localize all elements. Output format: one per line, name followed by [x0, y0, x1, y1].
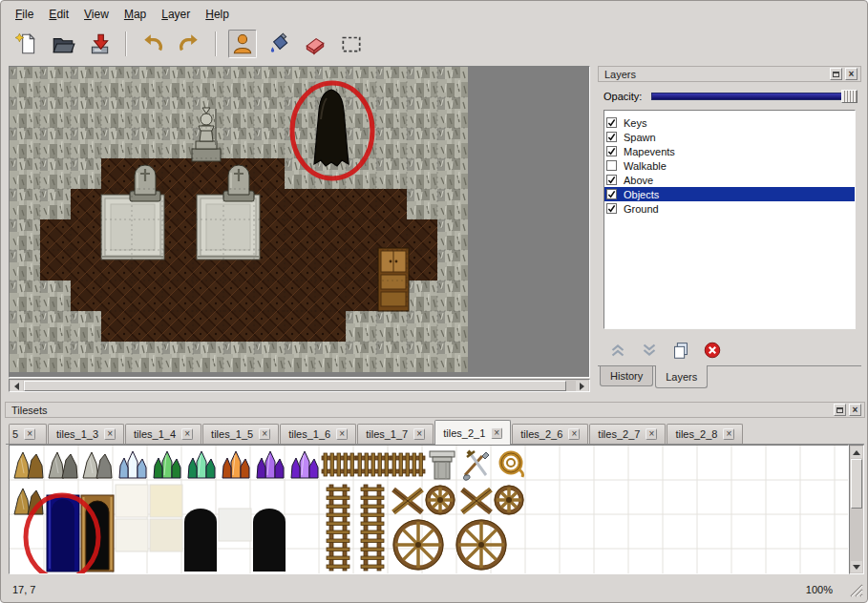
tileset-tab-label: tiles_2_8 — [675, 428, 717, 440]
menu-layer[interactable]: Layer — [154, 4, 198, 25]
raise-layer-button[interactable] — [605, 338, 630, 363]
layer-visibility-checkbox[interactable] — [606, 132, 617, 142]
close-button[interactable]: × — [845, 68, 857, 80]
layer-visibility-checkbox[interactable] — [606, 117, 617, 128]
wood-track[interactable] — [356, 453, 391, 476]
redo-button[interactable] — [175, 30, 203, 58]
undo-icon — [140, 31, 165, 56]
layers-dock-titlebar[interactable]: Layers × — [598, 66, 861, 82]
tileset-tab-tiles_1_5[interactable]: tiles_1_5× — [202, 424, 279, 444]
slider-handle[interactable] — [841, 90, 857, 103]
eraser-tool-icon — [303, 31, 328, 56]
map-render — [10, 67, 589, 377]
tab-close-icon[interactable]: × — [568, 428, 580, 440]
layer-row-walkable[interactable]: Walkable — [604, 158, 855, 173]
tileset-tab-tiles_2_1[interactable]: tiles_2_1× — [434, 420, 511, 445]
select-tool-button[interactable] — [337, 30, 366, 58]
dark-blue-door[interactable] — [47, 495, 79, 572]
close-button[interactable]: × — [849, 404, 861, 416]
delete-layer-button[interactable] — [700, 338, 725, 363]
stamp-tool-button[interactable] — [228, 30, 257, 58]
layer-name: Above — [624, 175, 653, 186]
wood-track[interactable] — [322, 453, 356, 476]
scrollbar-thumb[interactable] — [24, 381, 566, 391]
opacity-slider[interactable] — [651, 89, 857, 104]
menu-help[interactable]: Help — [198, 4, 237, 25]
wood-track[interactable] — [391, 453, 425, 476]
float-button[interactable] — [830, 68, 842, 80]
pale-tile[interactable] — [150, 519, 182, 551]
scroll-right-button[interactable] — [576, 381, 588, 391]
tab-close-icon[interactable]: × — [413, 428, 425, 440]
toolbar-separator — [125, 31, 127, 56]
tileset-tab-tiles_1_3[interactable]: tiles_1_3× — [48, 424, 124, 444]
layer-row-objects[interactable]: Objects — [604, 187, 855, 201]
tileset-tab-tiles_1_7[interactable]: tiles_1_7× — [357, 424, 434, 444]
tab-close-icon[interactable]: × — [336, 428, 348, 440]
track-wheel-large[interactable] — [393, 520, 443, 570]
layer-visibility-checkbox[interactable] — [606, 146, 617, 156]
layer-visibility-checkbox[interactable] — [606, 203, 617, 214]
pale-tile[interactable] — [219, 509, 251, 541]
menu-map[interactable]: Map — [116, 4, 154, 25]
layer-row-spawn[interactable]: Spawn — [604, 130, 855, 144]
tileset-tab-tiles_2_7[interactable]: tiles_2_7× — [589, 424, 666, 444]
map-horizontal-scrollbar[interactable] — [9, 379, 590, 392]
black-arch[interactable] — [253, 509, 286, 572]
tab-close-icon[interactable]: × — [259, 428, 270, 440]
tileset-canvas[interactable] — [9, 445, 849, 574]
layer-row-mapevents[interactable]: Mapevents — [604, 144, 855, 158]
float-button[interactable] — [834, 404, 846, 416]
eraser-tool-button[interactable] — [301, 30, 329, 58]
tab-close-icon[interactable]: × — [181, 428, 193, 440]
pale-tile[interactable] — [116, 485, 148, 517]
tileset-vertical-scrollbar[interactable] — [849, 445, 864, 574]
black-arch[interactable] — [184, 509, 217, 572]
tileset-tab-tiles_1_6[interactable]: tiles_1_6× — [280, 424, 356, 444]
dock-tab-history[interactable]: History — [600, 366, 653, 386]
layer-visibility-checkbox[interactable] — [606, 189, 617, 199]
scroll-down-button[interactable] — [851, 561, 862, 572]
close-icon: × — [853, 405, 858, 415]
layer-row-above[interactable]: Above — [604, 173, 855, 187]
tileset-tab-label: tiles_2_1 — [443, 427, 485, 439]
fill-tool-button[interactable] — [265, 30, 293, 58]
track-wheel[interactable] — [426, 486, 455, 514]
layer-row-keys[interactable]: Keys — [604, 115, 855, 130]
track-wheel-large[interactable] — [456, 520, 506, 570]
menu-view[interactable]: View — [76, 4, 116, 25]
menu-edit[interactable]: Edit — [41, 4, 76, 25]
layer-row-ground[interactable]: Ground — [604, 201, 855, 216]
tab-close-icon[interactable]: × — [24, 428, 35, 440]
resize-grip[interactable] — [850, 584, 863, 599]
layer-visibility-checkbox[interactable] — [606, 160, 617, 171]
tilesets-dock-titlebar[interactable]: Tilesets × — [5, 402, 865, 418]
tileset-tab-tiles_2_6[interactable]: tiles_2_6× — [512, 424, 588, 444]
menu-file[interactable]: File — [8, 4, 41, 25]
scroll-left-button[interactable] — [11, 381, 23, 391]
tab-close-icon[interactable]: × — [104, 428, 116, 440]
tileset-tab-tiles_2_8[interactable]: tiles_2_8× — [667, 424, 743, 444]
map-canvas[interactable] — [9, 66, 590, 378]
scrollbar-thumb[interactable] — [851, 459, 862, 509]
layer-list[interactable]: KeysSpawnMapeventsWalkableAboveObjectsGr… — [603, 110, 856, 329]
dock-tab-layers[interactable]: Layers — [655, 365, 708, 388]
cream-tile[interactable] — [150, 485, 182, 517]
toolbar-separator — [215, 31, 217, 56]
tab-close-icon[interactable]: × — [491, 427, 502, 439]
lower-layer-button[interactable] — [637, 338, 662, 363]
undo-button[interactable] — [138, 30, 167, 58]
tileset-tab-tiles_1_4[interactable]: tiles_1_4× — [125, 424, 201, 444]
tab-close-icon[interactable]: × — [646, 428, 657, 440]
tab-close-icon[interactable]: × — [723, 428, 734, 440]
tileset-tab-label: tiles_2_6 — [520, 428, 562, 440]
scroll-up-button[interactable] — [851, 447, 862, 458]
track-wheel[interactable] — [495, 486, 523, 514]
open-folder-button[interactable] — [49, 30, 77, 58]
layer-visibility-checkbox[interactable] — [606, 175, 617, 185]
save-button[interactable] — [85, 30, 114, 58]
new-file-button[interactable] — [12, 30, 41, 58]
duplicate-layer-button[interactable] — [668, 338, 693, 363]
tileset-tab-5[interactable]: 5× — [9, 424, 47, 444]
pale-tile[interactable] — [116, 519, 148, 551]
